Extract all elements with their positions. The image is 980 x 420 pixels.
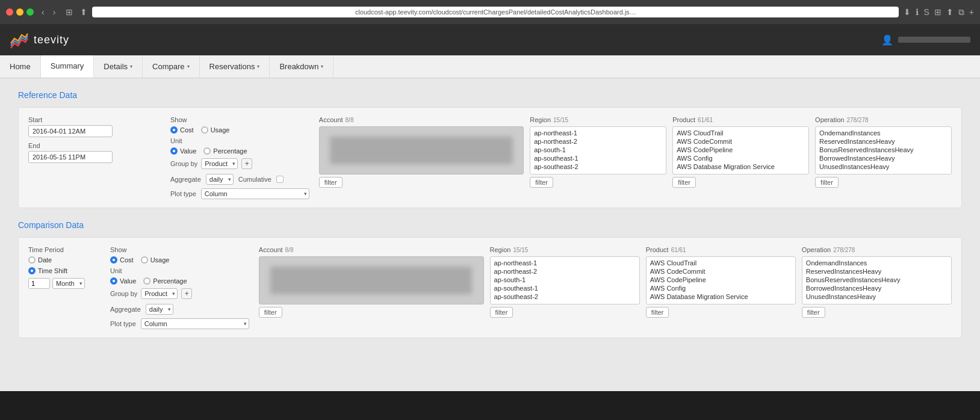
cumulative-checkbox[interactable] <box>276 176 284 183</box>
comp-account-filter-button[interactable]: filter <box>259 307 282 318</box>
operation-list[interactable]: OndemandInstances ReservedInstancesHeavy… <box>815 126 952 174</box>
end-row: End 2016-05-15 11PM <box>28 142 161 163</box>
list-item[interactable]: ap-northeast-1 <box>492 259 637 267</box>
list-item[interactable]: UnusedInstancesHeavy <box>817 162 949 171</box>
list-item[interactable]: BonusReservedInstancesHeavy <box>817 146 949 154</box>
list-item[interactable]: BonusReservedInstancesHeavy <box>804 276 949 284</box>
comp-aggregate-select[interactable]: daily <box>146 304 173 315</box>
list-item[interactable]: AWS Config <box>675 154 807 162</box>
list-item[interactable]: ap-northeast-1 <box>532 129 664 137</box>
comp-region-filter-button[interactable]: filter <box>490 307 513 318</box>
usage-radio[interactable]: Usage <box>201 126 230 134</box>
profile-icon[interactable]: S <box>923 7 929 17</box>
usage-radio-circle <box>201 126 208 134</box>
list-item[interactable]: OndemandInstances <box>804 259 949 267</box>
list-item[interactable]: ap-south-1 <box>492 276 637 284</box>
comparison-data-body: Time Period Date Time Shift <box>18 237 962 338</box>
time-shift-number-input[interactable] <box>28 278 50 289</box>
comp-value-radio[interactable]: Value <box>110 277 136 285</box>
tab-details[interactable]: Details ▾ <box>94 55 143 78</box>
comp-operation-list[interactable]: OndemandInstances ReservedInstancesHeavy… <box>802 256 952 304</box>
cost-radio[interactable]: Cost <box>170 126 194 134</box>
list-item[interactable]: AWS CloudTrail <box>648 259 793 267</box>
list-item[interactable]: OndemandInstances <box>817 129 949 137</box>
list-item[interactable]: AWS Database Migration Service <box>648 292 793 301</box>
cost-radio-circle <box>170 126 178 134</box>
main-content: Reference Data Start 2016-04-01 12AM End… <box>0 78 980 391</box>
comp-account-blur-box <box>259 256 484 304</box>
upload-icon[interactable]: ⬆ <box>946 7 954 17</box>
list-item[interactable]: BorrowedInstancesHeavy <box>817 154 949 162</box>
forward-button[interactable]: › <box>50 6 59 18</box>
list-item[interactable]: AWS CodePipeline <box>675 146 807 154</box>
comp-cost-radio[interactable]: Cost <box>110 256 134 264</box>
new-tab-icon[interactable]: + <box>969 7 974 17</box>
comp-usage-radio[interactable]: Usage <box>141 256 170 264</box>
minimize-button[interactable] <box>16 8 23 16</box>
tab-compare[interactable]: Compare ▾ <box>143 55 199 78</box>
list-item[interactable]: ReservedInstancesHeavy <box>817 137 949 146</box>
add-group-button[interactable]: + <box>241 158 252 169</box>
url-bar[interactable]: cloudcost-app.teevity.com/cloudcost/curr… <box>92 7 899 17</box>
percentage-radio[interactable]: Percentage <box>203 147 247 155</box>
reference-data-body: Start 2016-04-01 12AM End 2016-05-15 11P… <box>18 107 962 208</box>
copy-icon[interactable]: ⧉ <box>958 7 964 17</box>
list-item[interactable]: ap-southeast-1 <box>492 284 637 292</box>
comp-account-count: 8/8 <box>285 247 294 253</box>
operation-filter-button[interactable]: filter <box>815 177 839 188</box>
list-item[interactable]: AWS CodeCommit <box>675 137 807 146</box>
plot-type-select[interactable]: Column <box>201 188 309 199</box>
list-item[interactable]: ap-south-1 <box>532 146 664 154</box>
comp-plot-type-select[interactable]: Column <box>141 318 249 329</box>
date-radio[interactable]: Date <box>28 256 52 264</box>
comp-product-list[interactable]: AWS CloudTrail AWS CodeCommit AWS CodePi… <box>646 256 796 304</box>
back-button[interactable]: ‹ <box>39 6 48 18</box>
list-item[interactable]: AWS CodePipeline <box>648 276 793 284</box>
sidebar-toggle-icon[interactable]: ⊞ <box>66 7 73 17</box>
comp-percentage-radio[interactable]: Percentage <box>143 277 187 285</box>
list-item[interactable]: ap-southeast-2 <box>532 162 664 171</box>
list-item[interactable]: ap-southeast-1 <box>532 154 664 162</box>
product-filter-button[interactable]: filter <box>672 177 696 188</box>
download-icon[interactable]: ⬇ <box>904 7 911 17</box>
list-item[interactable]: UnusedInstancesHeavy <box>804 292 949 301</box>
comp-add-group-button[interactable]: + <box>181 288 192 299</box>
list-item[interactable]: ap-southeast-2 <box>492 292 637 301</box>
list-item[interactable]: ap-northeast-2 <box>532 137 664 146</box>
comp-product-filter-button[interactable]: filter <box>646 307 669 318</box>
end-input[interactable]: 2016-05-15 11PM <box>28 151 113 163</box>
maximize-button[interactable] <box>26 8 34 16</box>
product-list[interactable]: AWS CloudTrail AWS CodeCommit AWS CodePi… <box>672 126 809 174</box>
list-item[interactable]: BorrowedInstancesHeavy <box>804 284 949 292</box>
list-item[interactable]: AWS CodeCommit <box>648 267 793 276</box>
close-button[interactable] <box>6 8 13 16</box>
start-input[interactable]: 2016-04-01 12AM <box>28 125 113 137</box>
comp-usage-radio-circle <box>141 256 148 264</box>
comp-operation-filter-button[interactable]: filter <box>802 307 825 318</box>
comparison-show-area: Show Cost Usage Unit Value <box>110 246 249 329</box>
list-item[interactable]: ap-northeast-2 <box>492 267 637 276</box>
list-item[interactable]: AWS Database Migration Service <box>675 162 807 171</box>
comp-aggregate-row: Aggregate daily <box>110 304 249 315</box>
start-row: Start 2016-04-01 12AM <box>28 116 161 137</box>
account-filter-button[interactable]: filter <box>319 177 343 188</box>
share-icon[interactable]: ⬆ <box>80 7 87 17</box>
value-radio[interactable]: Value <box>170 147 196 155</box>
tab-breakdown[interactable]: Breakdown ▾ <box>270 55 333 78</box>
group-by-select[interactable]: Product <box>201 158 238 169</box>
region-filter-button[interactable]: filter <box>530 177 553 188</box>
time-shift-radio[interactable]: Time Shift <box>28 267 67 274</box>
list-item[interactable]: ReservedInstancesHeavy <box>804 267 949 276</box>
info-icon[interactable]: ℹ <box>916 7 919 17</box>
comp-region-list[interactable]: ap-northeast-1 ap-northeast-2 ap-south-1… <box>490 256 640 304</box>
comp-group-by-select[interactable]: Product <box>141 288 178 299</box>
aggregate-select[interactable]: daily <box>206 174 234 185</box>
list-item[interactable]: AWS CloudTrail <box>675 129 807 137</box>
tab-reservations[interactable]: Reservations ▾ <box>200 55 270 78</box>
month-select[interactable]: Month <box>52 278 85 289</box>
tab-home[interactable]: Home <box>0 55 41 78</box>
tab-summary[interactable]: Summary <box>41 55 95 78</box>
bookmarks-icon[interactable]: ⊞ <box>934 7 941 17</box>
region-list[interactable]: ap-northeast-1 ap-northeast-2 ap-south-1… <box>530 126 666 174</box>
list-item[interactable]: AWS Config <box>648 284 793 292</box>
